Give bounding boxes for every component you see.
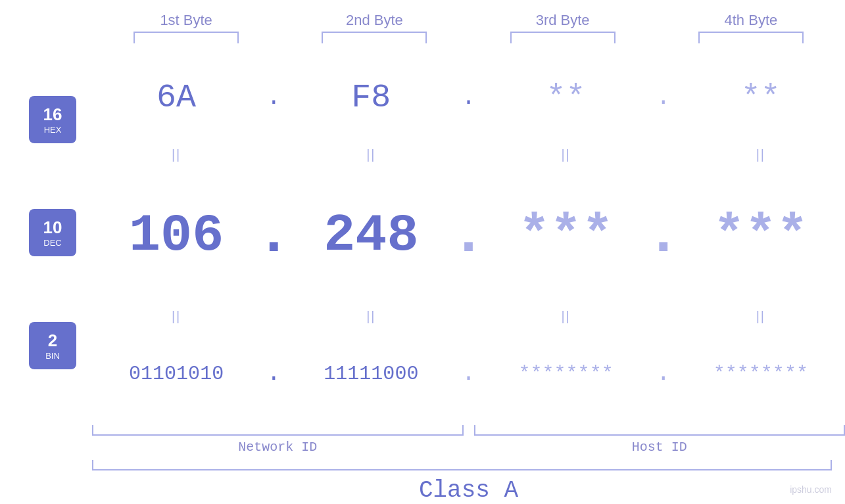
dot-hex-2: . [456, 84, 482, 111]
eq2-b1: || [92, 309, 260, 324]
dec-byte3: *** [482, 206, 650, 265]
bin-byte1: 01101010 [92, 363, 260, 385]
data-grid: 6A . F8 . ** . ** || || || || 106 [92, 50, 845, 455]
eq2-b3: || [482, 309, 650, 324]
network-id-label: Network ID [92, 440, 464, 455]
byte-header-1: 1st Byte [92, 12, 280, 29]
eq1-b2: || [287, 147, 455, 162]
segment-labels: Network ID Host ID [92, 440, 845, 455]
byte-headers: 1st Byte 2nd Byte 3rd Byte 4th Byte [0, 12, 845, 29]
badge-bin: 2 BIN [29, 322, 76, 369]
outer-bracket [92, 460, 832, 470]
dot-bin-3: . [650, 360, 677, 387]
dot-bin-1: . [260, 360, 287, 387]
watermark: ipshu.com [790, 484, 832, 495]
content-area: 16 HEX 10 DEC 2 BIN 6A . F8 . ** . ** [0, 50, 845, 455]
dot-hex-1: . [260, 84, 287, 111]
bin-row: 01101010 . 11111000 . ******** . *******… [92, 327, 845, 421]
hex-row: 6A . F8 . ** . ** [92, 50, 845, 145]
byte-header-2: 2nd Byte [280, 12, 468, 29]
eq1-b4: || [677, 147, 845, 162]
hex-byte3: ** [482, 79, 650, 116]
dec-byte2: 248 [287, 206, 455, 265]
badge-hex: 16 HEX [29, 96, 76, 143]
byte-header-3: 3rd Byte [469, 12, 657, 29]
hex-byte2: F8 [287, 79, 455, 116]
badges-column: 16 HEX 10 DEC 2 BIN [0, 50, 92, 455]
outer-bracket-container [0, 460, 845, 470]
dec-row: 106 . 248 . *** . *** [92, 164, 845, 306]
dot-dec-2: . [456, 202, 482, 269]
eq1-b3: || [482, 147, 650, 162]
dot-bin-2: . [456, 360, 482, 387]
bin-byte2: 11111000 [287, 363, 455, 385]
top-brackets [0, 32, 845, 43]
dec-byte1: 106 [92, 206, 260, 265]
eq2-b4: || [677, 309, 845, 324]
byte-header-4: 4th Byte [657, 12, 845, 29]
dot-dec-1: . [260, 202, 287, 269]
equals-2: || || || || [92, 307, 845, 327]
dec-byte4: *** [677, 206, 845, 265]
dot-dec-3: . [650, 202, 677, 269]
dot-hex-3: . [650, 84, 677, 111]
eq1-b1: || [92, 147, 260, 162]
class-label: Class A [0, 477, 845, 504]
eq2-b2: || [287, 309, 455, 324]
host-id-label: Host ID [474, 440, 846, 455]
hex-byte1: 6A [92, 79, 260, 116]
main-container: 1st Byte 2nd Byte 3rd Byte 4th Byte 16 H… [0, 0, 845, 504]
bottom-brackets [92, 425, 845, 436]
badge-dec: 10 DEC [29, 209, 76, 256]
equals-1: || || || || [92, 145, 845, 164]
bin-byte4: ******** [677, 363, 845, 385]
hex-byte4: ** [677, 79, 845, 116]
bin-byte3: ******** [482, 363, 650, 385]
